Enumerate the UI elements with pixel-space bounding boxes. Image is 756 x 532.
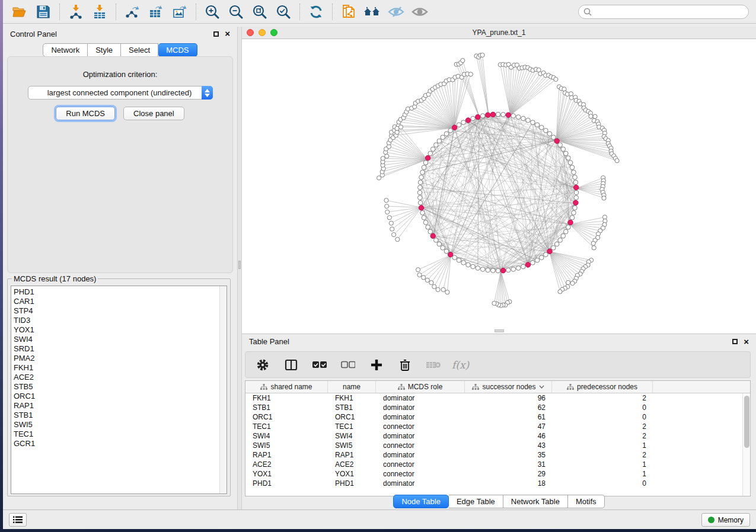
- network-node[interactable]: [428, 151, 433, 156]
- export-network-button[interactable]: [120, 2, 144, 22]
- window-close-icon[interactable]: [247, 29, 254, 36]
- network-node[interactable]: [501, 113, 506, 117]
- tab-node-table[interactable]: Node Table: [393, 495, 449, 508]
- network-node[interactable]: [444, 132, 449, 136]
- table-row[interactable]: ACE2ACE2connector311: [245, 460, 742, 469]
- network-node[interactable]: [521, 116, 526, 121]
- hide-selected-button[interactable]: [384, 2, 408, 22]
- mcds-result-item[interactable]: ORC1: [14, 392, 218, 401]
- table-row[interactable]: YOX1YOX1connector291: [245, 469, 742, 479]
- network-node[interactable]: [544, 129, 548, 133]
- network-node[interactable]: [572, 170, 576, 175]
- network-node[interactable]: [496, 112, 500, 117]
- first-neighbors-button[interactable]: [361, 2, 384, 22]
- leaf-node[interactable]: [432, 284, 436, 289]
- zoom-fit-button[interactable]: [248, 2, 272, 22]
- network-node[interactable]: [422, 165, 426, 170]
- network-node[interactable]: [422, 216, 426, 220]
- table-settings-button[interactable]: [253, 355, 273, 375]
- network-node[interactable]: [568, 161, 573, 165]
- network-node[interactable]: [558, 238, 563, 243]
- zoom-out-button[interactable]: [224, 2, 248, 22]
- network-node[interactable]: [476, 266, 480, 271]
- network-node[interactable]: [558, 143, 563, 148]
- network-node[interactable]: [430, 147, 435, 152]
- leaf-node[interactable]: [385, 154, 389, 158]
- network-node[interactable]: [561, 234, 566, 239]
- leaf-node[interactable]: [392, 233, 396, 237]
- leaf-node[interactable]: [566, 280, 570, 284]
- network-node[interactable]: [516, 266, 521, 271]
- leaf-node[interactable]: [445, 290, 449, 294]
- tab-edge-table[interactable]: Edge Table: [449, 495, 503, 508]
- column-header-name[interactable]: name: [328, 381, 376, 393]
- mcds-node[interactable]: [452, 125, 457, 130]
- leaf-node[interactable]: [390, 227, 394, 231]
- network-node[interactable]: [418, 180, 423, 185]
- network-node[interactable]: [441, 246, 445, 251]
- zoom-selected-button[interactable]: [272, 2, 295, 22]
- table-row[interactable]: FKH1FKH1dominator962: [245, 393, 742, 403]
- network-node[interactable]: [535, 123, 540, 127]
- network-node[interactable]: [423, 220, 428, 225]
- table-row[interactable]: TEC1TEC1connector472: [245, 422, 742, 431]
- leaf-node[interactable]: [570, 281, 575, 286]
- leaf-node[interactable]: [381, 156, 385, 161]
- network-node[interactable]: [564, 151, 569, 156]
- network-node[interactable]: [566, 225, 571, 230]
- deselect-all-rows-button[interactable]: [338, 355, 358, 375]
- search-box[interactable]: [578, 5, 749, 19]
- network-node[interactable]: [551, 135, 556, 140]
- mcds-node[interactable]: [506, 113, 511, 117]
- network-node[interactable]: [448, 129, 453, 133]
- table-row[interactable]: ORC1ORC1dominator610: [245, 412, 742, 422]
- network-node[interactable]: [554, 242, 559, 246]
- delete-table-button[interactable]: [423, 355, 444, 375]
- network-node[interactable]: [437, 242, 442, 246]
- network-node[interactable]: [531, 120, 535, 125]
- table-row[interactable]: PHD1PHD1dominator180: [245, 479, 742, 488]
- network-node[interactable]: [551, 246, 556, 251]
- network-node[interactable]: [461, 120, 466, 125]
- leaf-node[interactable]: [422, 275, 426, 280]
- network-node[interactable]: [428, 229, 433, 234]
- network-node[interactable]: [561, 147, 566, 152]
- network-node[interactable]: [573, 180, 578, 185]
- network-node[interactable]: [570, 216, 575, 220]
- mcds-node[interactable]: [554, 139, 559, 143]
- mcds-result-item[interactable]: TID3: [14, 316, 218, 325]
- mcds-node[interactable]: [500, 268, 505, 273]
- mcds-node[interactable]: [573, 200, 578, 205]
- tab-network-table[interactable]: Network Table: [503, 495, 568, 508]
- network-node[interactable]: [535, 258, 540, 263]
- close-panel-icon[interactable]: ×: [225, 30, 230, 37]
- mcds-node[interactable]: [425, 155, 430, 160]
- select-all-rows-button[interactable]: [310, 355, 330, 375]
- mcds-result-item[interactable]: YOX1: [14, 325, 218, 335]
- function-builder-button[interactable]: f(x): [452, 355, 469, 375]
- export-image-button[interactable]: [168, 2, 192, 22]
- delete-columns-button[interactable]: [395, 355, 415, 375]
- network-node[interactable]: [457, 123, 461, 127]
- mcds-node[interactable]: [448, 252, 452, 257]
- network-node[interactable]: [574, 196, 579, 200]
- mcds-result-item[interactable]: SRD1: [14, 344, 218, 354]
- mcds-result-item[interactable]: STB5: [14, 382, 218, 392]
- network-node[interactable]: [434, 238, 439, 243]
- network-node[interactable]: [531, 261, 535, 265]
- network-node[interactable]: [521, 264, 526, 269]
- leaf-node[interactable]: [416, 268, 420, 272]
- mcds-list-scrollbar[interactable]: [219, 286, 227, 493]
- leaf-node[interactable]: [593, 114, 597, 118]
- criterion-dropdown[interactable]: largest connected component (undirected): [28, 86, 213, 100]
- network-node[interactable]: [486, 268, 490, 273]
- network-node[interactable]: [566, 156, 571, 161]
- network-node[interactable]: [418, 196, 423, 200]
- mcds-result-item[interactable]: RAP1: [14, 401, 218, 411]
- leaf-node[interactable]: [592, 246, 596, 250]
- mcds-node[interactable]: [525, 262, 530, 267]
- network-node[interactable]: [516, 115, 521, 120]
- window-minimize-icon[interactable]: [259, 29, 266, 36]
- leaf-node[interactable]: [384, 198, 388, 203]
- column-header-successor-nodes[interactable]: successor nodes: [465, 381, 552, 393]
